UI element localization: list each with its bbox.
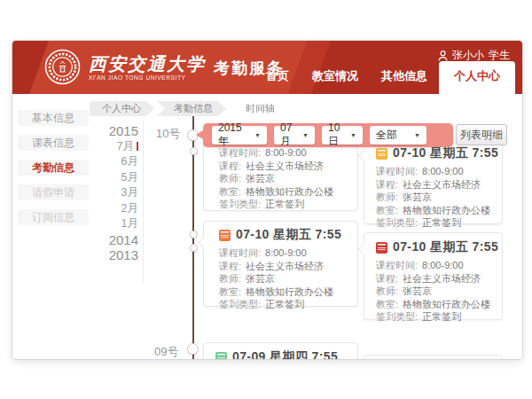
field-label: 签到类型: (376, 311, 418, 322)
field-label: 教室: (219, 286, 241, 297)
nav-personal-center[interactable]: 个人中心 (439, 61, 515, 94)
calendar-icon (376, 148, 387, 160)
timeline-month-may[interactable]: 5月 (88, 170, 138, 186)
sidebar-item-subscription-info[interactable]: 订阅信息 (18, 209, 89, 225)
university-name-en: XI'AN JIAO TONG UNIVERSITY (89, 74, 206, 81)
timeline-year-rail: 2015 7月 6月 5月 3月 2月 1月 2014 2013 (88, 123, 138, 263)
year-rail-divider (143, 121, 144, 284)
field-label: 教师: (376, 192, 398, 202)
person-icon (438, 51, 448, 61)
filter-bar: 2015年 ▼ 07月 ▼ 10日 ▼ 全部 ▼ (203, 123, 453, 147)
field-label: 课程时间: (376, 260, 418, 270)
field-label: 课程: (376, 179, 398, 190)
breadcrumb-personal-center[interactable]: 个人中心 (90, 101, 154, 116)
app-window: 西安交通大学 XI'AN JIAO TONG UNIVERSITY 考勤服务 张… (12, 40, 523, 360)
field-label: 课程时间: (376, 166, 418, 176)
year-dropdown-value: 2015年 (218, 121, 250, 149)
timeline-node (187, 343, 199, 355)
timeline-node (190, 244, 198, 252)
attendance-card: 07-10 星期五 7:55 课程时间:8:00-9:00 课程:社会主义市场经… (203, 221, 358, 307)
attendance-card: 07-10 星期五 7:55 课程时间:8:00-9:00 课程:社会主义市场经… (364, 232, 503, 320)
field-value: 社会主义市场经济 (246, 160, 324, 171)
attendance-card-partial (364, 355, 503, 360)
breadcrumb-timeline: 时间轴 (229, 101, 288, 116)
field-value: 正常签到 (265, 299, 304, 309)
field-value: 正常签到 (265, 199, 304, 209)
field-label: 签到类型: (219, 299, 261, 309)
field-value: 格物致知行政办公楼 (403, 205, 490, 215)
university-seal-icon (44, 49, 81, 85)
field-label: 教室: (376, 205, 398, 215)
card-date: 07-09 星期四 7:55 (232, 349, 338, 360)
content-area: 基本信息 课表信息 考勤信息 请假申请 订阅信息 个人中心 考勤信息 时间轴 2… (12, 94, 522, 359)
attendance-card: 07-10 星期五 7:55 课程时间:8:00-9:00 课程:社会主义市场经… (364, 138, 503, 224)
card-date: 07-10 星期五 7:55 (393, 239, 498, 255)
field-label: 课程时间: (219, 247, 261, 258)
field-label: 课程: (219, 261, 241, 271)
field-value: 格物致知行政办公楼 (246, 286, 333, 297)
field-label: 教师: (219, 273, 241, 284)
chevron-down-icon: ▼ (414, 132, 420, 138)
timeline-month-mar[interactable]: 3月 (88, 185, 138, 201)
timeline-year-2013[interactable]: 2013 (88, 247, 138, 263)
year-dropdown[interactable]: 2015年 ▼ (212, 126, 267, 145)
month-dropdown-value: 07月 (280, 121, 298, 149)
university-logo: 西安交通大学 XI'AN JIAO TONG UNIVERSITY 考勤服务 (44, 49, 285, 85)
field-value: 张芸京 (246, 273, 275, 284)
sidebar-item-basic-info[interactable]: 基本信息 (18, 110, 89, 126)
chevron-down-icon: ▼ (302, 132, 309, 138)
nav-home[interactable]: 首页 (254, 61, 301, 94)
field-value: 社会主义市场经济 (403, 179, 481, 190)
timeline-node (190, 147, 198, 155)
card-date: 07-10 星期五 7:55 (236, 227, 341, 243)
list-detail-button[interactable]: 列表明细 (456, 124, 507, 145)
field-label: 教师: (219, 173, 241, 184)
sidebar-item-schedule-info[interactable]: 课表信息 (18, 135, 89, 151)
field-label: 教室: (219, 186, 241, 197)
field-label: 签到类型: (219, 199, 261, 209)
scope-dropdown[interactable]: 全部 ▼ (370, 126, 426, 145)
card-date: 07-10 星期五 7:55 (393, 145, 498, 161)
timeline-node (190, 231, 198, 239)
nav-classrooms[interactable]: 教室情况 (301, 61, 370, 94)
field-value: 张芸京 (403, 286, 432, 296)
field-value: 正常签到 (422, 217, 461, 228)
breadcrumb: 个人中心 考勤信息 时间轴 (90, 101, 291, 116)
timeline-month-jun[interactable]: 6月 (88, 154, 138, 170)
field-value: 张芸京 (246, 173, 275, 184)
field-label: 教师: (376, 286, 398, 296)
breadcrumb-attendance-info[interactable]: 考勤信息 (157, 101, 226, 116)
attendance-card: 07-09 星期四 7:55 (203, 342, 358, 360)
timeline-day-label-09: 09号 (154, 344, 178, 360)
timeline-month-jul-current[interactable]: 7月 (88, 139, 138, 155)
sidebar-item-leave-request[interactable]: 请假申请 (18, 184, 89, 200)
field-value: 社会主义市场经济 (403, 273, 481, 284)
university-name-cn: 西安交通大学 (89, 54, 206, 74)
day-dropdown-value: 10日 (328, 121, 346, 149)
timeline-month-jan[interactable]: 1月 (88, 216, 138, 232)
field-label: 教室: (376, 299, 398, 309)
field-value: 张芸京 (403, 192, 432, 202)
day-dropdown[interactable]: 10日 ▼ (322, 126, 363, 145)
timeline-year-2015[interactable]: 2015 (88, 123, 138, 139)
sidebar-item-attendance-info[interactable]: 考勤信息 (18, 160, 89, 176)
nav-other-info[interactable]: 其他信息 (370, 61, 439, 94)
field-value: 8:00-9:00 (422, 260, 463, 270)
timeline-year-2014[interactable]: 2014 (88, 232, 138, 248)
field-value: 格物致知行政办公楼 (403, 299, 490, 309)
field-value: 8:00-9:00 (265, 247, 306, 258)
field-value: 格物致知行政办公楼 (246, 186, 333, 197)
sidebar: 基本信息 课表信息 考勤信息 请假申请 订阅信息 (12, 94, 94, 225)
scope-dropdown-value: 全部 (376, 128, 397, 143)
timeline-day-label-10: 10号 (156, 126, 180, 142)
field-label: 签到类型: (376, 217, 418, 228)
field-label: 课程: (376, 273, 398, 284)
timeline-month-feb[interactable]: 2月 (88, 201, 138, 217)
calendar-icon (215, 352, 227, 361)
field-value: 社会主义市场经济 (246, 261, 324, 271)
calendar-icon (376, 242, 387, 254)
field-value: 8:00-9:00 (422, 166, 463, 176)
app-header: 西安交通大学 XI'AN JIAO TONG UNIVERSITY 考勤服务 张… (12, 41, 522, 94)
field-label: 课程: (219, 160, 241, 171)
month-dropdown[interactable]: 07月 ▼ (274, 126, 315, 145)
